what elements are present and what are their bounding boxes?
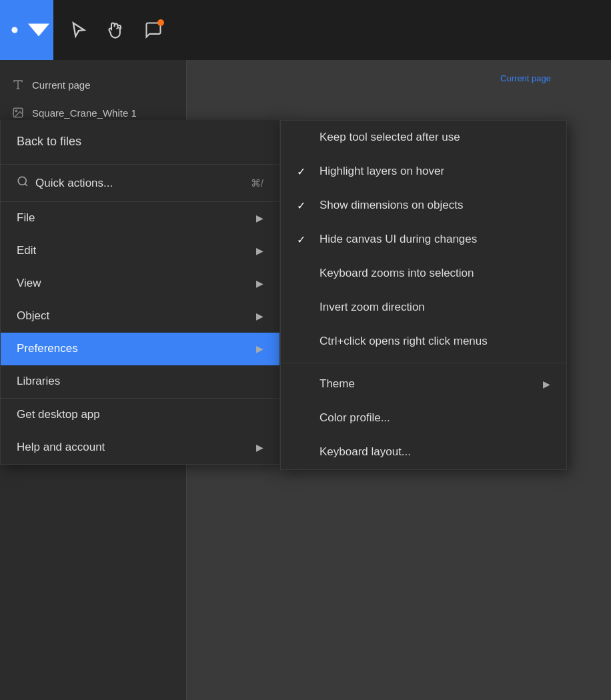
search-icon	[17, 175, 29, 191]
quick-actions-label: Quick actions...	[35, 177, 113, 190]
pref-highlight-layers-label: Highlight layers on hover	[320, 165, 444, 178]
pref-keyboard-layout-label: Keyboard layout...	[320, 445, 411, 459]
preferences-arrow-icon: ▶	[256, 343, 263, 354]
quick-actions-shortcut: ⌘/	[251, 177, 263, 189]
menu-item-view-label: View	[17, 277, 41, 290]
layer-label: Square_Crane_White 1	[32, 107, 137, 119]
menu-item-object[interactable]: Object ▶	[1, 300, 279, 333]
menu-item-libraries[interactable]: Libraries	[1, 365, 279, 398]
object-arrow-icon: ▶	[256, 311, 263, 321]
menu-item-view[interactable]: View ▶	[1, 267, 279, 300]
preferences-submenu: Keep tool selected after use ✓ Highlight…	[280, 120, 567, 470]
svg-point-12	[18, 177, 26, 185]
menu-item-help-account-label: Help and account	[17, 441, 105, 454]
pref-show-dimensions[interactable]: ✓ Show dimensions on objects	[281, 189, 566, 223]
pref-highlight-layers[interactable]: ✓ Highlight layers on hover	[281, 155, 566, 189]
pref-keep-tool-label: Keep tool selected after use	[320, 131, 460, 144]
edit-arrow-icon: ▶	[256, 245, 263, 256]
select-tool[interactable]	[67, 18, 91, 42]
pref-keep-tool[interactable]: Keep tool selected after use	[281, 121, 566, 155]
current-page-canvas-label: Current page	[500, 73, 551, 83]
layer-label: Current page	[32, 79, 91, 91]
menu-item-preferences-label: Preferences	[17, 342, 78, 355]
svg-point-2	[15, 110, 17, 111]
pref-keyboard-layout[interactable]: Keyboard layout...	[281, 435, 566, 469]
check-icon-1: ✓	[297, 165, 310, 178]
submenu-separator-1	[281, 363, 566, 363]
menu-item-file[interactable]: File ▶	[1, 202, 279, 235]
pref-ctrl-click-label: Ctrl+click opens right click menus	[320, 335, 488, 348]
view-arrow-icon: ▶	[256, 278, 263, 289]
theme-arrow-icon: ▶	[543, 379, 550, 389]
menu-item-preferences[interactable]: Preferences ▶	[1, 333, 279, 365]
image-icon	[11, 105, 25, 120]
pref-show-dimensions-label: Show dimensions on objects	[320, 199, 463, 212]
pref-color-profile[interactable]: Color profile...	[281, 401, 566, 435]
notification-dot	[157, 19, 164, 26]
pref-color-profile-label: Color profile...	[320, 411, 390, 425]
menu-item-help-account[interactable]: Help and account ▶	[1, 431, 279, 464]
hand-tool[interactable]	[104, 18, 128, 42]
main-menu: Back to files Quick actions... ⌘/ File ▶	[0, 120, 280, 465]
pref-theme[interactable]: Theme ▶	[281, 367, 566, 401]
file-arrow-icon: ▶	[256, 213, 263, 223]
pref-keyboard-zoom-label: Keyboard zooms into selection	[320, 267, 474, 280]
figma-logo-button[interactable]	[0, 0, 53, 60]
svg-point-0	[12, 27, 18, 33]
help-arrow-icon: ▶	[256, 442, 263, 453]
pref-invert-zoom[interactable]: Invert zoom direction	[281, 291, 566, 325]
comment-tool[interactable]	[141, 18, 165, 42]
pref-theme-label: Theme	[320, 377, 355, 391]
back-to-files-label: Back to files	[17, 135, 81, 149]
back-to-files-item[interactable]: Back to files	[1, 120, 279, 164]
pref-hide-canvas-ui-label: Hide canvas UI during changes	[320, 233, 477, 246]
pref-hide-canvas-ui[interactable]: ✓ Hide canvas UI during changes	[281, 223, 566, 257]
pref-keyboard-zoom[interactable]: Keyboard zooms into selection	[281, 257, 566, 291]
check-icon-3: ✓	[297, 233, 310, 246]
text-icon	[11, 77, 25, 92]
main-area: Current page Square_Crane_White 1	[0, 60, 611, 700]
menu-item-libraries-label: Libraries	[17, 375, 60, 388]
check-icon-2: ✓	[297, 199, 310, 212]
menu-item-object-label: Object	[17, 309, 49, 323]
pref-invert-zoom-label: Invert zoom direction	[320, 301, 425, 314]
menu-item-edit-label: Edit	[17, 244, 36, 257]
quick-actions-item[interactable]: Quick actions... ⌘/	[1, 165, 279, 201]
menu-item-edit[interactable]: Edit ▶	[1, 235, 279, 267]
pref-ctrl-click[interactable]: Ctrl+click opens right click menus	[281, 325, 566, 359]
layer-item-current-page[interactable]: Current page	[0, 71, 186, 99]
menu-item-get-desktop-label: Get desktop app	[17, 408, 100, 421]
menu-item-file-label: File	[17, 211, 35, 225]
toolbar	[0, 0, 611, 60]
menu-item-get-desktop[interactable]: Get desktop app	[1, 399, 279, 431]
